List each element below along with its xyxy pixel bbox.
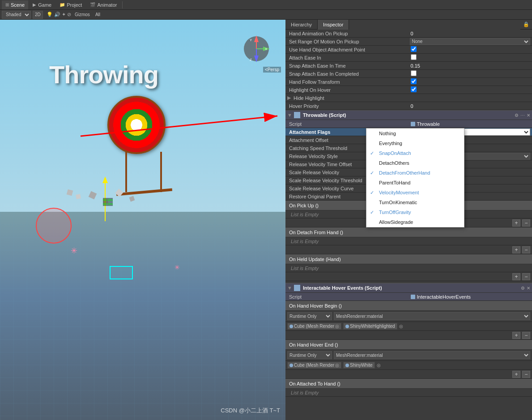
hover-priority-row: Hover Priority 0 bbox=[285, 102, 532, 110]
dropdown-detachothers[interactable]: DetachOthers bbox=[366, 158, 464, 168]
svg-text:Y: Y bbox=[250, 38, 252, 42]
tab-project[interactable]: 📁 Project bbox=[56, 0, 85, 9]
attachment-dropdown: Nothing Everything ✓ SnapOnAttach Detach… bbox=[366, 128, 464, 227]
hover-end-runtime-select[interactable]: Runtime Only bbox=[287, 351, 332, 359]
on-held-remove-btn[interactable]: − bbox=[522, 273, 530, 280]
dropdown-allowsidegrade[interactable]: AllowSidegrade bbox=[366, 217, 464, 227]
hand-follow-checkbox[interactable] bbox=[411, 78, 417, 84]
hover-begin-ref-icon[interactable]: ◎ bbox=[399, 324, 403, 329]
on-held-add-btn[interactable]: + bbox=[512, 273, 520, 280]
throwable-settings-btn[interactable]: ⚙ bbox=[515, 113, 519, 118]
on-pickup-remove-btn[interactable]: − bbox=[522, 219, 530, 227]
hover-begin-material-ref: ShinyWhiteHighlighted bbox=[343, 323, 397, 330]
hover-end-buttons: + − bbox=[285, 370, 532, 379]
use-hand-checkbox[interactable] bbox=[411, 46, 417, 52]
dropdown-nothing[interactable]: Nothing bbox=[366, 129, 464, 138]
shading-dropdown[interactable]: Shaded bbox=[2, 11, 31, 19]
position-overlay: 00.0m00.0m bbox=[103, 198, 113, 206]
svg-text:X: X bbox=[265, 47, 268, 51]
on-detach-header: On Detach From Hand () bbox=[285, 227, 532, 237]
hover-end-add-btn[interactable]: + bbox=[512, 371, 520, 378]
character-circle bbox=[36, 208, 72, 244]
stand-post-right bbox=[160, 152, 162, 192]
on-held-empty: List is Empty bbox=[285, 264, 532, 272]
hover-script-row: Script InteractableHoverEvents bbox=[285, 293, 532, 301]
hover-events-arrow: ▼ bbox=[287, 285, 292, 291]
inspector-tab[interactable]: Inspector bbox=[318, 20, 349, 30]
on-pickup-add-btn[interactable]: + bbox=[512, 219, 520, 227]
throwable-close-btn[interactable]: ✕ bbox=[527, 113, 530, 118]
throwable-overflow-btn[interactable]: ⋯ bbox=[520, 113, 525, 118]
hover-begin-add-btn[interactable]: + bbox=[512, 332, 520, 339]
dropdown-detachfromotherhand[interactable]: ✓ DetachFromOtherHand bbox=[366, 168, 464, 178]
toolbar-icons: 💡 🔊 ✦ ⊘ bbox=[47, 12, 71, 17]
highlight-hover-checkbox[interactable] bbox=[411, 86, 417, 92]
tab-scene[interactable]: ⊞ Scene bbox=[2, 0, 28, 9]
use-hand-object-row: Use Hand Object Attachment Point bbox=[285, 46, 532, 54]
throwable-script-row: Script Throwable bbox=[285, 120, 532, 128]
all-label: All bbox=[95, 12, 100, 17]
panel-tabs: Hierarchy Inspector 🔒 bbox=[285, 20, 532, 30]
hover-events-icon bbox=[294, 285, 300, 291]
snap-attach-completed-row: Snap Attach Ease In Completed bbox=[285, 70, 532, 78]
range-dropdown[interactable]: None bbox=[410, 38, 531, 45]
hover-settings-btn[interactable]: ⚙ bbox=[521, 286, 525, 291]
dropdown-turnoffgravity[interactable]: ✓ TurnOffGravity bbox=[366, 207, 464, 217]
hover-end-object-row: Cube (Mesh Render ◎ ShinyWhite ◎ bbox=[285, 361, 532, 370]
inspector-content: Hand Animation On Pickup 0 Set Range Of … bbox=[285, 30, 532, 420]
attachment-flags-container: Attachment Flags Mixed... Nothing bbox=[285, 128, 532, 136]
hide-highlight-row: ▶ Hide Highlight bbox=[285, 94, 532, 102]
marker-1: ✳ bbox=[71, 246, 77, 256]
scene-gizmo[interactable]: Y X Z bbox=[241, 33, 272, 64]
on-detach-add-btn[interactable]: + bbox=[512, 246, 520, 253]
svg-marker-13 bbox=[102, 176, 108, 183]
snap-attach-completed-checkbox[interactable] bbox=[411, 70, 417, 76]
attach-ease-checkbox[interactable] bbox=[411, 54, 417, 60]
hand-follow-transform-row: Hand Follow Transform bbox=[285, 78, 532, 86]
scene-view[interactable]: Throwing bbox=[0, 20, 285, 420]
tab-game[interactable]: ▶ Game bbox=[29, 0, 55, 9]
hover-close-btn[interactable]: ✕ bbox=[527, 286, 530, 291]
cube-dot-icon bbox=[289, 325, 293, 328]
selection-box bbox=[110, 266, 133, 279]
material2-dot-icon bbox=[345, 364, 349, 367]
hover-begin-circle-icon[interactable]: ◎ bbox=[335, 324, 339, 329]
on-detach-remove-btn[interactable]: − bbox=[522, 246, 530, 253]
attach-ease-row: Attach Ease In bbox=[285, 54, 532, 62]
top-toolbar: ⊞ Scene ▶ Game 📁 Project 🎬 Animator bbox=[0, 0, 532, 10]
2d-button[interactable]: 2D bbox=[33, 11, 43, 19]
hover-end-circle-icon[interactable]: ◎ bbox=[335, 363, 339, 368]
dropdown-velocitymovement[interactable]: ✓ VelocityMovement bbox=[366, 188, 464, 197]
second-toolbar: Shaded 2D 💡 🔊 ✦ ⊘ Gizmos All bbox=[0, 10, 532, 20]
on-attached-header: On Attached To Hand () bbox=[285, 379, 532, 389]
hover-begin-mesh-select[interactable]: MeshRenderer:material bbox=[334, 312, 530, 320]
marker-2: ✳ bbox=[174, 264, 180, 271]
dropdown-snaponattach[interactable]: ✓ SnapOnAttach bbox=[366, 148, 464, 158]
dropdown-everything[interactable]: Everything bbox=[366, 138, 464, 148]
dropdown-parenttohand[interactable]: ParentToHand bbox=[366, 178, 464, 188]
hover-events-component-header[interactable]: ▼ Interactable Hover Events (Script) ⚙ ✕ bbox=[285, 283, 532, 293]
hover-begin-runtime-select[interactable]: Runtime Only bbox=[287, 312, 332, 320]
on-detach-empty: List is Empty bbox=[285, 237, 532, 245]
perspective-label: <Persp bbox=[263, 67, 281, 73]
tab-animator[interactable]: 🎬 Animator bbox=[86, 0, 120, 9]
hierarchy-tab[interactable]: Hierarchy bbox=[285, 20, 318, 30]
hover-end-mesh-select[interactable]: MeshRenderer:material bbox=[334, 351, 530, 359]
hover-begin-remove-btn[interactable]: − bbox=[522, 332, 530, 339]
hand-animation-row: Hand Animation On Pickup 0 bbox=[285, 30, 532, 38]
snap-attach-time-row: Snap Attach Ease In Time 0.15 bbox=[285, 62, 532, 70]
csdn-watermark: CSDN @小二上酒 T~T bbox=[221, 407, 280, 415]
separator bbox=[122, 1, 123, 9]
throwable-component-header[interactable]: ▼ Throwable (Script) ⚙ ⋯ ✕ bbox=[285, 110, 532, 120]
hover-begin-object-row: Cube (Mesh Render ◎ ShinyWhiteHighlighte… bbox=[285, 322, 532, 331]
cube2-dot-icon bbox=[289, 364, 293, 367]
main-content: Throwing bbox=[0, 20, 532, 420]
hover-end-remove-btn[interactable]: − bbox=[522, 371, 530, 378]
lock-icon[interactable]: 🔒 bbox=[520, 21, 532, 27]
material-dot-icon bbox=[345, 325, 349, 328]
hover-end-ref-icon[interactable]: ◎ bbox=[377, 363, 381, 368]
stand-post-left bbox=[125, 152, 127, 192]
dropdown-turnonkinematic[interactable]: TurnOnKinematic bbox=[366, 197, 464, 207]
hover-begin-buttons: + − bbox=[285, 331, 532, 340]
hover-end-config-row: Runtime Only MeshRenderer:material bbox=[285, 350, 532, 361]
